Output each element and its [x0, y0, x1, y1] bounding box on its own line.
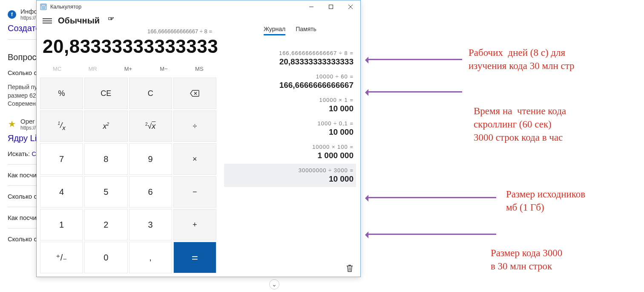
expand-chevron-icon[interactable]: ⌄ [269, 279, 279, 289]
calculator-app-icon [40, 3, 47, 10]
titlebar: Калькулятор [37, 0, 360, 13]
mode-title: Обычный [58, 16, 100, 26]
maximize-button[interactable] [321, 0, 341, 13]
site-url: https:// [20, 125, 36, 131]
calculator-window: Калькулятор Обычный 166,6666666666667 ÷ … [36, 0, 361, 277]
ms-button[interactable]: MS [182, 61, 216, 76]
history-result: 10 000 [227, 104, 354, 113]
svg-point-7 [44, 8, 45, 9]
svg-point-3 [43, 7, 44, 8]
expression-line: 166,6666666666667 ÷ 8 = [40, 27, 216, 36]
svg-point-2 [42, 7, 43, 8]
key-0[interactable]: 0 [84, 242, 127, 273]
menu-hamburger-icon[interactable] [43, 17, 52, 25]
divide-key[interactable]: ÷ [173, 110, 216, 142]
history-clear[interactable] [224, 261, 356, 274]
history-result: 10 000 [227, 174, 354, 184]
square-key[interactable]: x2 [84, 110, 127, 142]
key-5[interactable]: 5 [84, 176, 127, 208]
sign-key[interactable]: ⁺/₋ [40, 242, 83, 273]
memory-row: MC MR M+ M− MS [40, 61, 216, 76]
key-6[interactable]: 6 [129, 176, 172, 208]
calc-header: Обычный [37, 13, 360, 26]
sqrt-key[interactable]: 2√x [129, 110, 172, 142]
display-value: 20,83333333333333 [40, 36, 216, 61]
key-9[interactable]: 9 [129, 143, 172, 175]
add-key[interactable]: + [173, 209, 216, 240]
history-expression: 10000 × 100 = [227, 144, 354, 150]
mplus-button[interactable]: M+ [111, 61, 145, 76]
ce-key[interactable]: CE [84, 78, 127, 109]
history-expression: 10000 × 1 = [227, 97, 354, 103]
key-4[interactable]: 4 [40, 176, 83, 208]
history-memory-tabs: Журнал Память [224, 26, 356, 39]
tab-history[interactable]: Журнал [264, 26, 285, 35]
history-list: 166,6666666666667 ÷ 8 = 20,8333333333333… [224, 46, 356, 261]
site-label: Oper [20, 118, 36, 125]
c-key[interactable]: C [129, 78, 172, 109]
history-item[interactable]: 30000000 ÷ 3000 = 10 000 [224, 164, 356, 187]
history-result: 20,83333333333333 [227, 57, 354, 66]
trash-icon [346, 264, 354, 272]
site-url: https:// [20, 15, 37, 21]
percent-key[interactable]: % [40, 78, 83, 109]
history-expression: 166,6666666666667 ÷ 8 = [227, 50, 354, 56]
history-result: 1 000 000 [227, 151, 354, 160]
history-item[interactable]: 10000 × 1 = 10 000 [224, 93, 356, 117]
history-expression: 10000 ÷ 60 = [227, 73, 354, 80]
keypad-pane: 166,6666666666667 ÷ 8 = 20,8333333333333… [37, 26, 220, 277]
favicon-icon: f [8, 10, 16, 19]
window-controls [302, 0, 360, 13]
history-pane: Журнал Память 166,6666666666667 ÷ 8 = 20… [220, 26, 360, 277]
svg-rect-1 [41, 5, 46, 6]
equals-key[interactable]: = [173, 242, 216, 273]
key-1[interactable]: 1 [40, 209, 83, 240]
subtract-key[interactable]: − [173, 176, 216, 208]
minimize-button[interactable] [302, 0, 321, 13]
history-expression: 1000 ÷ 0,1 = [227, 120, 354, 127]
site-label: Инфо [20, 8, 37, 15]
history-result: 10 000 [227, 127, 354, 137]
window-title: Калькулятор [50, 4, 81, 10]
history-item[interactable]: 1000 ÷ 0,1 = 10 000 [224, 117, 356, 140]
mc-button[interactable]: MC [40, 61, 74, 76]
key-8[interactable]: 8 [84, 143, 127, 175]
search-link[interactable]: С [32, 150, 36, 157]
key-3[interactable]: 3 [129, 209, 172, 240]
keep-on-top-icon[interactable] [107, 16, 115, 26]
svg-rect-9 [329, 5, 333, 9]
history-expression: 30000000 ÷ 3000 = [227, 167, 354, 173]
star-icon: ★ [8, 120, 16, 128]
key-7[interactable]: 7 [40, 143, 83, 175]
history-item[interactable]: 10000 ÷ 60 = 166,6666666666667 [224, 70, 356, 93]
history-item[interactable]: 10000 × 100 = 1 000 000 [224, 140, 356, 164]
multiply-key[interactable]: × [173, 143, 216, 175]
history-item[interactable]: 166,6666666666667 ÷ 8 = 20,8333333333333… [224, 46, 356, 70]
inverse-key[interactable]: 1/x [40, 110, 83, 142]
svg-point-5 [42, 8, 43, 9]
history-result: 166,6666666666667 [227, 81, 354, 90]
backspace-key[interactable] [173, 78, 216, 109]
mminus-button[interactable]: M− [147, 61, 181, 76]
close-button[interactable] [341, 0, 360, 13]
tab-memory[interactable]: Память [296, 26, 316, 35]
svg-point-4 [44, 7, 45, 8]
svg-point-6 [43, 8, 44, 9]
decimal-key[interactable]: , [129, 242, 172, 273]
key-2[interactable]: 2 [84, 209, 127, 240]
mr-button[interactable]: MR [75, 61, 109, 76]
key-grid: % CE C 1/x x2 2√x ÷ 7 8 9 × 4 5 6 − 1 2 [40, 78, 216, 273]
